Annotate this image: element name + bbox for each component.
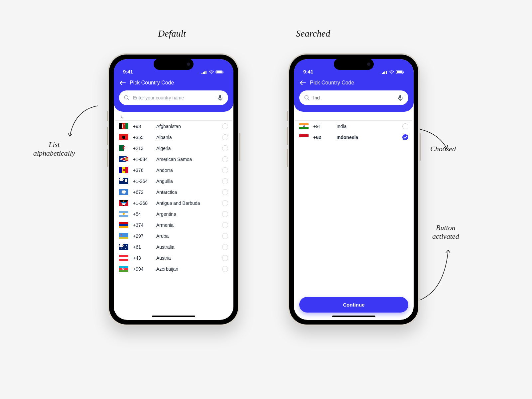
select-radio[interactable] xyxy=(222,211,228,217)
select-radio[interactable] xyxy=(222,222,228,228)
dial-code: +43 xyxy=(133,255,152,261)
country-name: Austria xyxy=(156,255,217,261)
country-row[interactable]: +355Albania xyxy=(114,132,233,143)
flag-icon xyxy=(119,255,128,261)
country-name: Armenia xyxy=(156,222,217,228)
svg-rect-1 xyxy=(203,72,204,74)
country-name: India xyxy=(336,124,398,129)
country-row[interactable]: +61Australia xyxy=(114,241,233,252)
flag-icon xyxy=(119,123,128,129)
svg-rect-6 xyxy=(223,71,223,73)
select-radio[interactable] xyxy=(222,178,228,184)
back-button[interactable] xyxy=(119,79,126,86)
svg-rect-9 xyxy=(219,95,221,98)
dial-code: +93 xyxy=(133,124,152,129)
country-row[interactable]: +374Armenia xyxy=(114,219,233,230)
dynamic-island xyxy=(334,59,374,70)
svg-point-17 xyxy=(305,95,308,99)
home-indicator xyxy=(152,316,195,317)
page-title: Pick Country Code xyxy=(310,80,354,86)
dial-code: +374 xyxy=(133,222,152,228)
flag-icon xyxy=(119,222,128,228)
label-searched: Searched xyxy=(296,28,330,39)
flag-icon xyxy=(119,200,128,206)
country-name: Argentina xyxy=(156,211,217,217)
country-row[interactable]: +672Antarctica xyxy=(114,187,233,198)
dynamic-island xyxy=(154,59,194,70)
flag-icon xyxy=(299,134,309,140)
dial-code: +213 xyxy=(133,146,152,151)
country-row[interactable]: +43Austria xyxy=(114,252,233,263)
country-row[interactable]: +91India xyxy=(294,121,414,132)
select-radio[interactable] xyxy=(222,255,228,261)
select-radio[interactable] xyxy=(222,145,228,151)
dial-code: +355 xyxy=(133,135,152,140)
select-radio[interactable] xyxy=(222,200,228,206)
back-button[interactable] xyxy=(299,79,307,86)
svg-rect-19 xyxy=(399,95,401,98)
svg-point-7 xyxy=(124,95,128,99)
flag-icon xyxy=(119,233,128,239)
country-list[interactable]: +91India+62Indonesia xyxy=(294,121,414,292)
select-radio[interactable] xyxy=(222,134,228,140)
select-radio[interactable] xyxy=(222,123,228,129)
country-row[interactable]: +62Indonesia xyxy=(294,132,414,143)
label-default: Default xyxy=(158,28,186,39)
country-row[interactable]: +54Argentina xyxy=(114,208,233,219)
select-radio[interactable] xyxy=(222,189,228,195)
select-radio[interactable] xyxy=(222,233,228,239)
device-default: 9:41 Pick Country Code xyxy=(108,53,239,326)
country-row[interactable]: +213Algeria xyxy=(114,143,233,154)
search-icon xyxy=(304,95,310,101)
flag-icon xyxy=(119,266,128,272)
search-bar[interactable] xyxy=(299,90,408,105)
dial-code: +1-684 xyxy=(133,157,152,162)
search-bar[interactable] xyxy=(119,90,228,105)
select-radio[interactable] xyxy=(402,134,408,140)
country-row[interactable]: +1-264Anguilla xyxy=(114,176,233,187)
select-radio[interactable] xyxy=(222,167,228,173)
flag-icon xyxy=(119,134,128,140)
country-row[interactable]: +1-684American Samoa xyxy=(114,154,233,165)
flag-icon xyxy=(119,244,128,250)
svg-rect-11 xyxy=(383,72,384,74)
country-row[interactable]: +376Andorra xyxy=(114,165,233,176)
dial-code: +672 xyxy=(133,190,152,195)
arrow-left-icon xyxy=(300,80,306,85)
country-name: Aruba xyxy=(156,233,217,239)
svg-rect-3 xyxy=(205,71,206,74)
svg-line-8 xyxy=(128,99,129,100)
device-searched: 9:41 Pick Country Code xyxy=(288,53,420,326)
flag-icon xyxy=(119,156,128,162)
mic-icon[interactable] xyxy=(397,94,404,101)
country-name: Algeria xyxy=(156,146,217,151)
country-list[interactable]: +93Afghanistan+355Albania+213Algeria+1-6… xyxy=(114,121,233,320)
country-row[interactable]: +994Azerbaijan xyxy=(114,263,233,274)
section-header: I xyxy=(295,112,412,121)
status-icons xyxy=(382,69,404,74)
flag-icon xyxy=(119,178,128,184)
continue-button[interactable]: Continue xyxy=(299,297,408,313)
svg-rect-5 xyxy=(216,71,222,73)
dial-code: +62 xyxy=(313,135,332,140)
status-time: 9:41 xyxy=(123,69,133,74)
search-input[interactable] xyxy=(313,95,394,100)
select-radio[interactable] xyxy=(222,244,228,250)
flag-icon xyxy=(119,211,128,217)
country-row[interactable]: +93Afghanistan xyxy=(114,121,233,132)
select-radio[interactable] xyxy=(402,123,408,129)
search-input[interactable] xyxy=(133,95,213,100)
svg-rect-10 xyxy=(382,73,383,74)
arrow-alpha xyxy=(60,103,103,143)
country-row[interactable]: +1-268Antigua and Barbuda xyxy=(114,198,233,208)
home-indicator xyxy=(332,316,375,317)
dial-code: +297 xyxy=(133,233,152,239)
mic-icon[interactable] xyxy=(217,94,223,101)
select-radio[interactable] xyxy=(222,156,228,162)
country-row[interactable]: +297Aruba xyxy=(114,230,233,241)
country-name: American Samoa xyxy=(156,157,217,162)
select-radio[interactable] xyxy=(222,266,228,272)
country-name: Antarctica xyxy=(156,190,217,195)
section-header: A xyxy=(115,112,232,121)
svg-rect-15 xyxy=(397,71,402,73)
